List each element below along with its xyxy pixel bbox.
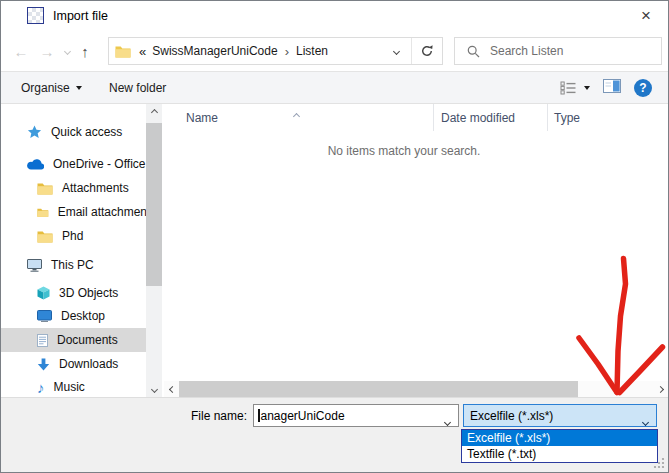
navigation-pane: Quick access OneDrive - Office Attachmen… — [1, 104, 164, 397]
horizontal-scrollbar[interactable] — [164, 381, 668, 397]
sidebar-item-phd[interactable]: Phd — [1, 224, 147, 248]
file-type-option-text[interactable]: Textfile (*.txt) — [462, 446, 657, 462]
text-caret — [258, 409, 260, 422]
chevron-down-icon — [392, 47, 399, 54]
file-type-dropdown-list: Excelfile (*.xls*) Textfile (*.txt) — [461, 429, 658, 463]
back-button[interactable]: ← — [9, 31, 33, 71]
forward-icon: → — [40, 43, 55, 60]
cube-icon — [37, 286, 50, 300]
refresh-button[interactable] — [412, 38, 442, 64]
sidebar-item-label: Quick access — [51, 125, 122, 139]
content-area: Quick access OneDrive - Office Attachmen… — [1, 104, 668, 397]
sidebar-item-label: This PC — [51, 258, 94, 272]
column-label: Type — [554, 111, 580, 125]
sidebar-item-label: Music — [54, 380, 85, 394]
forward-button[interactable]: → — [35, 31, 59, 71]
breadcrumb-parent-folder[interactable]: SwissManagerUniCode — [152, 44, 277, 58]
folder-icon — [37, 230, 53, 243]
help-button[interactable]: ? — [634, 79, 652, 97]
file-name-value: anagerUniCode — [261, 409, 345, 423]
preview-pane-icon — [603, 79, 621, 93]
horizontal-scrollbar-thumb[interactable] — [179, 381, 578, 397]
column-label: Date modified — [441, 111, 515, 125]
file-type-combobox[interactable]: Excelfile (*.xls*) — [463, 404, 657, 427]
title-bar[interactable]: Import file × — [1, 1, 668, 31]
sort-ascending-icon — [294, 108, 299, 122]
chevron-up-icon — [150, 108, 157, 115]
preview-pane-button[interactable] — [603, 79, 621, 96]
organise-button[interactable]: Organise — [21, 72, 82, 103]
search-icon — [467, 45, 480, 58]
sidebar-item-this-pc[interactable]: This PC — [1, 253, 147, 277]
desktop-icon — [37, 310, 52, 322]
details-view-icon — [560, 81, 577, 95]
file-name-input[interactable]: anagerUniCode — [253, 404, 459, 427]
refresh-icon — [420, 44, 434, 58]
app-icon — [27, 7, 44, 24]
sidebar-item-3d-objects[interactable]: 3D Objects — [1, 281, 147, 305]
breadcrumb-current-folder[interactable]: Listen — [296, 44, 328, 58]
sidebar-scrollbar-thumb[interactable] — [146, 123, 162, 286]
dialog-footer: File name: anagerUniCode Excelfile (*.xl… — [1, 397, 668, 472]
back-icon: ← — [14, 43, 29, 60]
scroll-left-button[interactable] — [165, 381, 179, 397]
sidebar-item-label: Email attachmen — [58, 205, 147, 219]
organise-label: Organise — [21, 81, 70, 95]
download-icon — [37, 358, 50, 371]
up-button[interactable]: ↑ — [73, 31, 97, 71]
close-button[interactable]: × — [624, 1, 668, 31]
chevron-down-icon — [642, 419, 649, 426]
cloud-icon — [27, 159, 44, 170]
chevron-right-icon — [656, 385, 663, 392]
sidebar-item-email-attachments[interactable]: Email attachmen — [1, 200, 147, 224]
column-header-type[interactable]: Type — [548, 104, 658, 131]
sidebar-item-downloads[interactable]: Downloads — [1, 352, 147, 376]
file-name-dropdown-button[interactable] — [445, 414, 450, 428]
scroll-right-button[interactable] — [653, 381, 667, 397]
file-name-label: File name: — [121, 409, 247, 423]
music-icon: ♪ — [37, 380, 45, 395]
sidebar-item-quick-access[interactable]: Quick access — [1, 120, 147, 144]
navigation-bar: ← → ↑ « SwissManagerUniCode › Listen — [1, 31, 668, 71]
views-button[interactable] — [560, 81, 590, 95]
search-input[interactable]: Search Listen — [454, 37, 662, 65]
new-folder-label: New folder — [109, 81, 166, 95]
sidebar-item-label: Attachments — [62, 181, 129, 195]
sidebar-item-desktop[interactable]: Desktop — [1, 304, 147, 328]
scroll-up-button[interactable] — [146, 104, 162, 120]
import-file-dialog: Import file × ← → ↑ « SwissManagerUniCod… — [0, 0, 669, 473]
search-placeholder: Search Listen — [490, 44, 563, 58]
command-toolbar: Organise New folder — [1, 71, 668, 104]
column-header-date-modified[interactable]: Date modified — [434, 104, 548, 131]
address-bar[interactable]: « SwissManagerUniCode › Listen — [108, 37, 443, 65]
breadcrumb-separator-icon: › — [285, 44, 289, 59]
sidebar-item-documents[interactable]: Documents — [1, 328, 147, 352]
document-icon — [37, 334, 48, 347]
chevron-down-icon — [63, 47, 70, 54]
window-title: Import file — [53, 9, 108, 23]
folder-icon — [115, 45, 131, 58]
chevron-down-icon — [444, 419, 451, 426]
column-label: Name — [186, 111, 218, 125]
empty-folder-message: No items match your search. — [164, 144, 644, 158]
sidebar-item-attachments[interactable]: Attachments — [1, 176, 147, 200]
sidebar-item-label: 3D Objects — [59, 286, 118, 300]
sidebar-scrollbar[interactable] — [146, 104, 162, 397]
toolbar-right-group: ? — [560, 72, 652, 103]
address-dropdown-button[interactable] — [381, 38, 411, 64]
breadcrumb-overflow[interactable]: « — [139, 44, 146, 59]
file-type-dropdown-button[interactable] — [643, 414, 648, 428]
sidebar-item-label: Documents — [57, 333, 118, 347]
chevron-down-icon — [76, 86, 82, 90]
sidebar-item-label: OneDrive - Office — [53, 157, 145, 171]
chevron-down-icon — [584, 86, 590, 90]
new-folder-button[interactable]: New folder — [109, 72, 166, 103]
folder-icon — [37, 206, 49, 219]
file-list-area: Name Date modified Type No items match y… — [164, 104, 668, 397]
scroll-down-button[interactable] — [146, 381, 162, 397]
chevron-down-icon — [150, 385, 157, 392]
file-type-option-excel[interactable]: Excelfile (*.xls*) — [462, 430, 657, 446]
sidebar-item-music[interactable]: ♪ Music — [1, 375, 147, 399]
sidebar-item-onedrive[interactable]: OneDrive - Office — [1, 152, 147, 176]
chevron-left-icon — [168, 385, 175, 392]
